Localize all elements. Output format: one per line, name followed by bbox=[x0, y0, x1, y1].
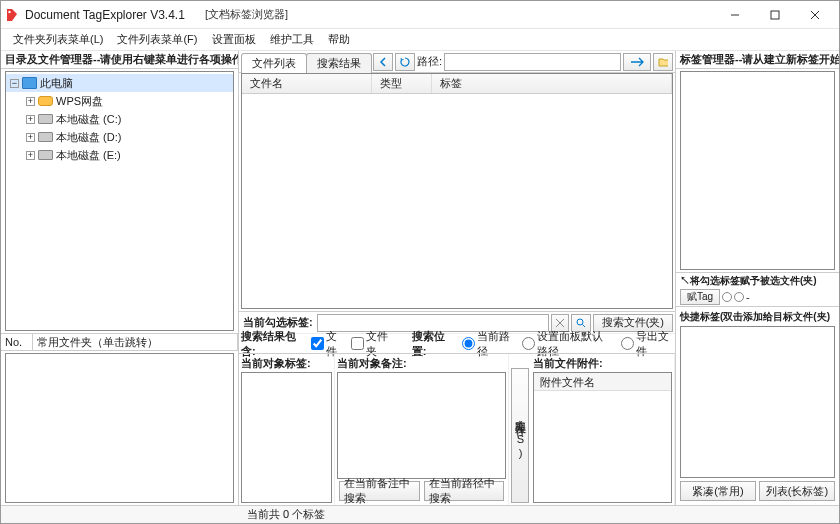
svg-rect-2 bbox=[771, 11, 779, 19]
tab-search-result[interactable]: 搜索结果 bbox=[306, 53, 372, 73]
tree-item[interactable]: +本地磁盘 (D:) bbox=[6, 128, 233, 146]
path-label: 路径: bbox=[417, 54, 442, 69]
refresh-button[interactable] bbox=[395, 53, 415, 71]
col-tags[interactable]: 标签 bbox=[432, 74, 672, 93]
left-panel: 目录及文件管理器--请使用右键菜单进行各项操作… −此电脑+WPS网盘+本地磁盘… bbox=[1, 51, 239, 505]
menu-bar: 文件夹列表菜单(L) 文件列表菜单(F) 设置面板 维护工具 帮助 bbox=[1, 29, 839, 51]
tree-item[interactable]: −此电脑 bbox=[6, 74, 233, 92]
tree-item-label: 本地磁盘 (E:) bbox=[56, 148, 121, 163]
tree-item[interactable]: +本地磁盘 (C:) bbox=[6, 110, 233, 128]
tree-item-label: 此电脑 bbox=[40, 76, 73, 91]
main-area: 目录及文件管理器--请使用右键菜单进行各项操作… −此电脑+WPS网盘+本地磁盘… bbox=[1, 51, 839, 505]
left-panel-header: 目录及文件管理器--请使用右键菜单进行各项操作… bbox=[1, 51, 238, 69]
window-subtitle: [文档标签浏览器] bbox=[205, 7, 288, 22]
file-tabs: 文件列表 搜索结果 bbox=[241, 51, 371, 73]
tree-item-label: 本地磁盘 (C:) bbox=[56, 112, 121, 127]
window-title: Document TagExplorer V3.4.1 bbox=[25, 8, 185, 22]
collapse-icon[interactable]: − bbox=[10, 79, 19, 88]
right-panel: 标签管理器--请从建立新标签开始… ↖将勾选标签赋予被选文件(夹) 赋Tag -… bbox=[675, 51, 839, 505]
assign-tag-sec: ↖将勾选标签赋予被选文件(夹) 赋Tag - bbox=[676, 272, 839, 306]
open-folder-button[interactable] bbox=[653, 53, 673, 71]
maximize-button[interactable] bbox=[755, 3, 795, 27]
menu-maintain[interactable]: 维护工具 bbox=[264, 30, 320, 49]
fav-folder-list[interactable] bbox=[5, 353, 234, 503]
nav-back-button[interactable] bbox=[373, 53, 393, 71]
status-bar: 当前共 0 个标签 bbox=[1, 505, 839, 523]
tree-item[interactable]: +本地磁盘 (E:) bbox=[6, 146, 233, 164]
drive-icon bbox=[38, 150, 53, 160]
expand-icon[interactable]: + bbox=[26, 97, 35, 106]
quick-tag-label: 快捷标签(双击添加给目标文件(夹) bbox=[680, 310, 830, 324]
search-in-path-button[interactable]: 在当前路径中搜索 bbox=[424, 481, 505, 501]
notes-button-row: 在当前备注中搜索 在当前路径中搜索 bbox=[337, 479, 506, 503]
file-list-header: 文件名 类型 标签 bbox=[242, 74, 672, 94]
assign-tag-button[interactable]: 赋Tag bbox=[680, 289, 720, 305]
quick-tag-view-buttons: 紧凑(常用) 列表(长标签) bbox=[680, 478, 835, 504]
quick-tag-sec: 快捷标签(双击添加给目标文件(夹) 紧凑(常用) 列表(长标签) bbox=[676, 306, 839, 506]
attachments-panel: 当前文件附件: 附件文件名 bbox=[531, 354, 675, 505]
tag-manager-list[interactable] bbox=[680, 71, 835, 270]
current-notes-panel: 当前对象备注: 在当前备注中搜索 在当前路径中搜索 bbox=[335, 354, 509, 505]
save-now-button[interactable]: 立即保存(S) bbox=[511, 368, 529, 503]
detail-panels: 当前对象标签: 当前对象备注: 在当前备注中搜索 在当前路径中搜索 立即保存(S… bbox=[239, 353, 675, 505]
menu-settings[interactable]: 设置面板 bbox=[206, 30, 262, 49]
menu-file-list[interactable]: 文件列表菜单(F) bbox=[111, 30, 203, 49]
middle-panel: 文件列表 搜索结果 路径: 文件名 类型 标签 当前勾选标签: 搜索文件(夹) bbox=[239, 51, 675, 505]
fav-col-no: No. bbox=[1, 334, 33, 350]
current-notes-box[interactable] bbox=[337, 372, 506, 479]
expand-icon[interactable]: + bbox=[26, 151, 35, 160]
current-notes-title: 当前对象备注: bbox=[337, 356, 506, 372]
drive-icon bbox=[38, 132, 53, 142]
attachments-col-name: 附件文件名 bbox=[534, 373, 671, 391]
path-input[interactable] bbox=[444, 53, 621, 71]
fav-col-name: 常用文件夹（单击跳转） bbox=[33, 334, 238, 350]
compact-view-button[interactable]: 紧凑(常用) bbox=[680, 481, 756, 501]
svg-point-0 bbox=[8, 10, 10, 12]
col-type[interactable]: 类型 bbox=[372, 74, 432, 93]
svg-line-8 bbox=[582, 324, 585, 327]
current-tags-panel: 当前对象标签: bbox=[239, 354, 335, 505]
attachments-title: 当前文件附件: bbox=[533, 356, 672, 372]
menu-folder-list[interactable]: 文件夹列表菜单(L) bbox=[7, 30, 109, 49]
path-go-button[interactable] bbox=[623, 53, 651, 71]
current-tags-box[interactable] bbox=[241, 372, 332, 503]
tab-file-list[interactable]: 文件列表 bbox=[241, 53, 307, 73]
fav-folder-header: No. 常用文件夹（单击跳转） bbox=[1, 333, 238, 351]
svg-point-7 bbox=[577, 319, 583, 325]
close-button[interactable] bbox=[795, 3, 835, 27]
file-list[interactable]: 文件名 类型 标签 bbox=[241, 73, 673, 309]
col-filename[interactable]: 文件名 bbox=[242, 74, 372, 93]
expand-icon[interactable]: + bbox=[26, 133, 35, 142]
quick-tag-list[interactable] bbox=[680, 326, 835, 479]
tree-item-label: WPS网盘 bbox=[56, 94, 103, 109]
minimize-button[interactable] bbox=[715, 3, 755, 27]
search-options-row: 搜索结果包含: 文件 文件夹 搜索位置: 当前路径 设置面板默认路径 导出文件 bbox=[239, 333, 675, 353]
title-bar: Document TagExplorer V3.4.1 [文档标签浏览器] bbox=[1, 1, 839, 29]
assign-opt-circle-dash[interactable]: - bbox=[734, 291, 750, 303]
folder-tree[interactable]: −此电脑+WPS网盘+本地磁盘 (C:)+本地磁盘 (D:)+本地磁盘 (E:) bbox=[5, 71, 234, 331]
expand-icon[interactable]: + bbox=[26, 115, 35, 124]
status-text: 当前共 0 个标签 bbox=[247, 507, 325, 522]
current-tags-title: 当前对象标签: bbox=[241, 356, 332, 372]
list-view-button[interactable]: 列表(长标签) bbox=[759, 481, 835, 501]
monitor-icon bbox=[22, 77, 37, 89]
attachments-list[interactable]: 附件文件名 bbox=[533, 372, 672, 503]
tree-item[interactable]: +WPS网盘 bbox=[6, 92, 233, 110]
tag-manager-header: 标签管理器--请从建立新标签开始… bbox=[676, 51, 839, 69]
app-icon bbox=[5, 8, 19, 22]
search-in-notes-button[interactable]: 在当前备注中搜索 bbox=[339, 481, 420, 501]
file-toolbar: 文件列表 搜索结果 路径: bbox=[239, 51, 675, 73]
menu-help[interactable]: 帮助 bbox=[322, 30, 356, 49]
tree-item-label: 本地磁盘 (D:) bbox=[56, 130, 121, 145]
cloud-icon bbox=[38, 96, 53, 106]
assign-opt-circle[interactable] bbox=[722, 292, 732, 302]
assign-tag-label: ↖将勾选标签赋予被选文件(夹) bbox=[680, 274, 835, 288]
drive-icon bbox=[38, 114, 53, 124]
